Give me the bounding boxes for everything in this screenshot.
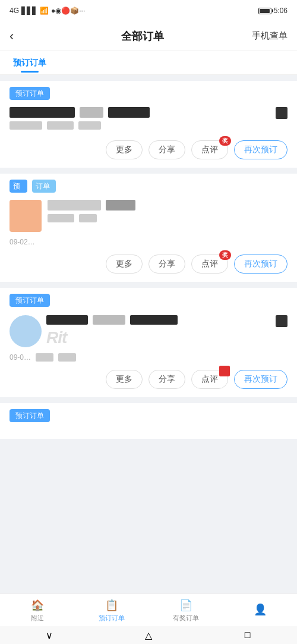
order-card-1-body bbox=[0, 105, 297, 136]
rit-text: Rit bbox=[46, 328, 67, 347]
rebook-button-1[interactable]: 再次预订 bbox=[234, 140, 287, 159]
order-card-3-actions: 更多 分享 点评 再次预订 bbox=[0, 365, 297, 397]
order-card-1-header: 预订订单 bbox=[0, 81, 297, 105]
battery-fill bbox=[260, 9, 270, 13]
reward-icon: 📄 bbox=[179, 598, 193, 612]
order-1-name-row bbox=[10, 107, 270, 118]
order-card-3-body: Rit bbox=[0, 312, 297, 353]
nearby-icon: 🏠 bbox=[30, 598, 45, 612]
order-thumb-3 bbox=[10, 315, 42, 347]
review-button-1[interactable]: 点评 奖 bbox=[191, 140, 228, 159]
order-card-4-header: 预订订单 bbox=[0, 403, 297, 427]
sub-block-3a bbox=[36, 353, 53, 362]
status-right: 5:06 bbox=[258, 7, 287, 15]
battery-icon bbox=[258, 8, 271, 14]
name-block-1c bbox=[108, 107, 150, 118]
tab-yudingdingdan[interactable]: 预订订单 bbox=[6, 54, 53, 72]
name-block-1a bbox=[10, 107, 75, 118]
android-nav: ∨ △ □ bbox=[0, 626, 297, 644]
order-badge-2b: 订单 bbox=[32, 180, 56, 193]
android-home[interactable]: △ bbox=[143, 629, 154, 641]
order-3-info: Rit bbox=[46, 315, 271, 347]
tab-bar: 预订订单 bbox=[0, 51, 297, 75]
phone-query-button[interactable]: 手机查单 bbox=[252, 30, 287, 42]
more-button-1[interactable]: 更多 bbox=[106, 140, 143, 159]
order-card-3-header: 预订订单 bbox=[0, 288, 297, 312]
signal-text: 4G bbox=[10, 7, 19, 15]
review-red-square-3 bbox=[219, 366, 230, 376]
order-2-name-row bbox=[48, 200, 287, 211]
order-card-4: 预订订单 bbox=[0, 403, 297, 439]
name-block-2a bbox=[48, 200, 101, 211]
status-bar: 4G ▋▋▋ 📶 ●◉🔴📦··· 5:06 bbox=[0, 0, 297, 21]
main-content: 预订订单 更多 分享 点评 奖 bbox=[0, 75, 297, 451]
page-title: 全部订单 bbox=[121, 29, 164, 43]
share-button-1[interactable]: 分享 bbox=[148, 140, 185, 159]
bottom-nav: 🏠 附近 📋 预订订单 📄 有奖订单 👤 bbox=[0, 593, 297, 626]
order-3-row2: Rit bbox=[46, 328, 271, 347]
nav-bar: ‹ 全部订单 手机查单 bbox=[0, 21, 297, 51]
bottom-nav-profile[interactable]: 👤 bbox=[223, 602, 297, 618]
name-block-3b bbox=[93, 315, 125, 325]
corner-square-3 bbox=[276, 315, 287, 327]
order-1-info bbox=[10, 107, 270, 130]
order-card-2-header: 预 订单 bbox=[0, 174, 297, 197]
android-recent[interactable]: □ bbox=[242, 629, 254, 641]
order-3-row1 bbox=[46, 315, 271, 325]
order-card-2: 预 订单 09-02… 更多 分享 点评 奖 bbox=[0, 174, 297, 282]
sub-block-3b bbox=[58, 353, 76, 362]
order-card-2-body bbox=[0, 197, 297, 238]
bottom-nav-nearby[interactable]: 🏠 附近 bbox=[0, 598, 74, 623]
status-left: 4G ▋▋▋ 📶 ●◉🔴📦··· bbox=[10, 7, 85, 15]
sub-block-2b bbox=[79, 214, 97, 222]
back-button[interactable]: ‹ bbox=[10, 29, 33, 44]
order-3-date: 09-0… bbox=[0, 353, 297, 365]
sub-block-1b bbox=[47, 121, 74, 130]
bottom-nav-preorder[interactable]: 📋 预订订单 bbox=[74, 598, 148, 623]
review-badge-1: 奖 bbox=[219, 136, 231, 146]
order-thumb-2 bbox=[10, 200, 42, 232]
sub-block-1a bbox=[10, 121, 42, 130]
order-card-1: 预订订单 更多 分享 点评 奖 bbox=[0, 81, 297, 168]
order-badge-2a: 预 bbox=[10, 180, 27, 193]
more-button-2[interactable]: 更多 bbox=[106, 255, 143, 274]
profile-icon: 👤 bbox=[253, 602, 267, 617]
sub-block-2a bbox=[48, 214, 74, 222]
order-badge-1: 预订订单 bbox=[10, 87, 50, 100]
signal-bars: ▋▋▋ bbox=[21, 7, 37, 15]
rebook-button-3[interactable]: 再次预订 bbox=[234, 370, 287, 389]
preorder-label: 预订订单 bbox=[99, 614, 125, 623]
sub-block-1c bbox=[78, 121, 101, 130]
review-button-3[interactable]: 点评 bbox=[191, 370, 228, 389]
wifi-icon: 📶 bbox=[40, 7, 49, 15]
share-button-2[interactable]: 分享 bbox=[148, 255, 185, 274]
review-badge-2: 奖 bbox=[219, 250, 231, 260]
android-back[interactable]: ∨ bbox=[43, 629, 55, 641]
nearby-label: 附近 bbox=[31, 614, 44, 623]
share-button-3[interactable]: 分享 bbox=[148, 370, 185, 389]
order-2-date: 09-02… bbox=[0, 238, 297, 250]
order-card-1-actions: 更多 分享 点评 奖 再次预订 bbox=[0, 136, 297, 168]
extra-icons: ●◉🔴📦··· bbox=[51, 7, 85, 15]
preorder-icon: 📋 bbox=[105, 598, 119, 612]
date-text-3: 09-0… bbox=[10, 353, 31, 362]
order-badge-3: 预订订单 bbox=[10, 294, 50, 307]
corner-square-1 bbox=[276, 107, 287, 119]
more-button-3[interactable]: 更多 bbox=[106, 370, 143, 389]
rebook-button-2[interactable]: 再次预订 bbox=[234, 255, 287, 274]
order-badge-4: 预订订单 bbox=[10, 409, 50, 422]
bottom-nav-reward[interactable]: 📄 有奖订单 bbox=[148, 598, 223, 623]
name-block-3a bbox=[46, 315, 88, 325]
order-2-sub-row bbox=[48, 214, 287, 222]
name-block-3c bbox=[130, 315, 178, 325]
reward-label: 有奖订单 bbox=[173, 614, 199, 623]
order-2-info bbox=[48, 200, 287, 222]
name-block-1b bbox=[80, 107, 103, 118]
name-block-2b bbox=[106, 200, 135, 211]
order-card-3: 预订订单 Rit 09-0… bbox=[0, 288, 297, 397]
order-1-sub-row bbox=[10, 121, 270, 130]
time: 5:06 bbox=[274, 7, 287, 15]
review-button-2[interactable]: 点评 奖 bbox=[191, 255, 228, 274]
order-card-2-actions: 更多 分享 点评 奖 再次预订 bbox=[0, 250, 297, 282]
